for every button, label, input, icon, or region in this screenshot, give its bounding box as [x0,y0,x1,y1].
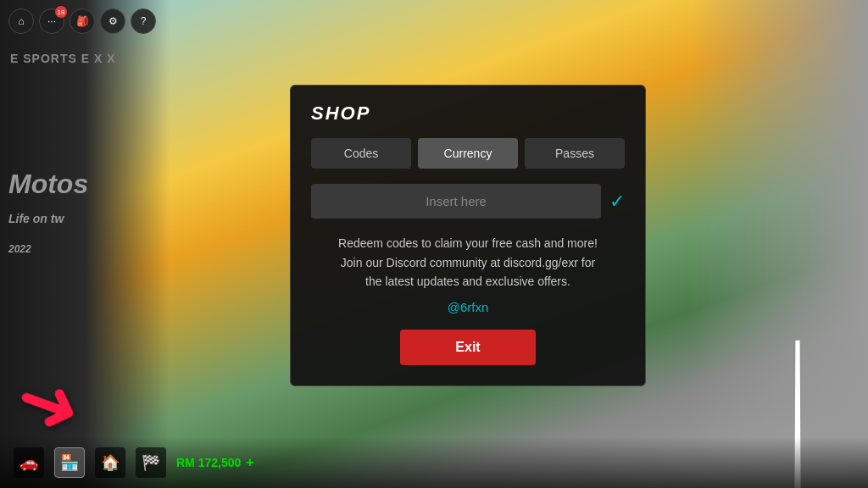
race-icon[interactable]: 🏁 [136,447,166,478]
shop-bottom-icon[interactable]: 🏪 [54,447,85,478]
tab-codes[interactable]: Codes [311,138,411,169]
code-input[interactable] [311,184,601,219]
currency-amount: RM 172,500 [176,456,241,469]
tab-currency[interactable]: Currency [418,138,518,169]
garage-icon[interactable]: 🏠 [95,447,125,478]
code-input-row: ✓ [311,184,625,219]
shop-title: SHOP [311,103,625,125]
car-icon[interactable]: 🚗 [14,447,44,478]
tabs-container: Codes Currency Passes [311,138,625,169]
discord-handle: @6rfxn [311,300,625,314]
exit-button[interactable]: Exit [400,330,536,365]
description-text: Redeem codes to claim your free cash and… [311,234,625,291]
modal-overlay: SHOP Codes Currency Passes ✓ Redeem code… [0,0,868,488]
bottom-hud: 🚗 🏪 🏠 🏁 RM 172,500 + [0,437,868,488]
currency-plus-button[interactable]: + [246,455,253,470]
shop-modal: SHOP Codes Currency Passes ✓ Redeem code… [290,85,646,385]
check-button[interactable]: ✓ [609,191,625,213]
currency-display: RM 172,500 + [176,455,254,470]
tab-passes[interactable]: Passes [525,138,625,169]
